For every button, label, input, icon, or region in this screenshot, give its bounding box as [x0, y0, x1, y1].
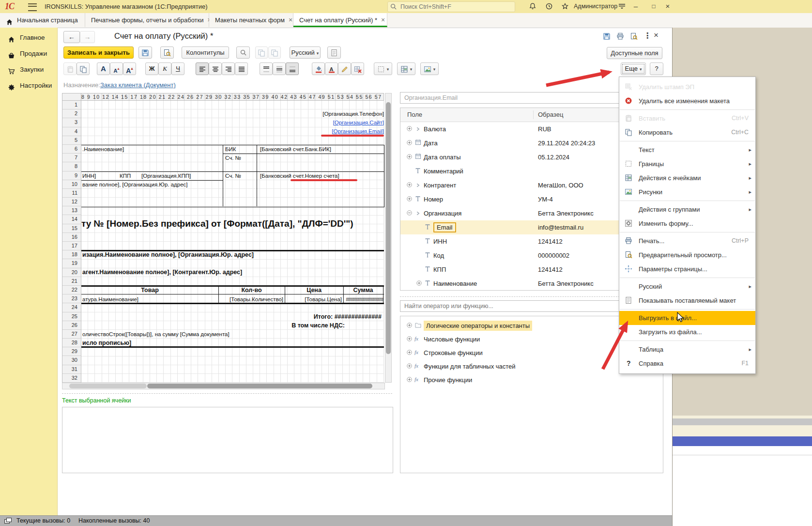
- cell-kpp-label[interactable]: КПП: [120, 172, 131, 179]
- cell-org-email[interactable]: [Организация.Email]: [332, 128, 384, 135]
- sheet-row-header-17[interactable]: 17: [62, 242, 81, 250]
- sidebar-item-main[interactable]: Главное: [0, 30, 57, 46]
- sheet-vertical-scrollbar[interactable]: [385, 93, 392, 383]
- cell-inn[interactable]: ИНН]: [82, 172, 96, 179]
- cell-col-product[interactable]: Товар: [81, 287, 218, 294]
- sheet-column-header[interactable]: 8 9 10 12 14 15 17 18 20 21 22 24 26 27 …: [81, 93, 384, 101]
- cell-org-site[interactable]: [Организация.Сайт]: [333, 119, 384, 126]
- valign-bottom-button[interactable]: [286, 62, 299, 75]
- sheet-row-header-31[interactable]: 31: [62, 365, 81, 374]
- cell-item-name[interactable]: атура.Наименование]: [82, 296, 138, 303]
- sheet-row-header-8[interactable]: 8: [62, 162, 81, 171]
- scrollbar-thumb[interactable]: [69, 384, 147, 388]
- sheet-row-header-2[interactable]: 2: [62, 109, 81, 118]
- menu-item-page-setup[interactable]: Параметры страницы...: [619, 262, 755, 276]
- bold-button[interactable]: Ж: [145, 62, 158, 75]
- sheet-row-header-16[interactable]: 16: [62, 233, 81, 242]
- print-icon[interactable]: [615, 32, 625, 41]
- font-color-button[interactable]: A: [325, 62, 338, 75]
- tab-close-icon[interactable]: ×: [381, 16, 385, 24]
- menu-item-preview[interactable]: Предварительный просмотр...: [619, 248, 755, 262]
- menu-item-print[interactable]: Печать...Ctrl+P: [619, 234, 755, 248]
- sheet-row-header-20[interactable]: 20: [62, 268, 81, 277]
- plus-expander-icon[interactable]: [405, 333, 413, 346]
- function-row-other-functions[interactable]: fxПрочие функции: [400, 373, 663, 387]
- find-button[interactable]: [236, 46, 250, 59]
- cell-bik-label[interactable]: БИК: [225, 146, 236, 153]
- headers-footers-button[interactable]: Колонтитулы: [182, 46, 229, 59]
- sheet-row-headers[interactable]: 1234567891011121314151617181920212223242…: [62, 101, 81, 383]
- sheet-row-header-27[interactable]: 27: [62, 330, 81, 339]
- cell-account-label-2[interactable]: Сч. №: [225, 172, 241, 179]
- cell-org-fullname[interactable]: вание полное], [Организация.Юр. адрес]: [82, 181, 188, 188]
- forward-button[interactable]: →: [80, 31, 95, 43]
- tab-close-icon[interactable]: ×: [289, 16, 292, 24]
- user-menu-lines-icon[interactable]: [617, 2, 627, 11]
- plus-expander-icon[interactable]: [405, 373, 413, 387]
- cell-total[interactable]: Итого: ##############: [314, 313, 382, 320]
- sheet-row-header-14[interactable]: 14: [62, 215, 81, 224]
- sheet-row-header-22[interactable]: 22: [62, 286, 81, 294]
- cell-org-details[interactable]: изация.Наименование полное], [Организаци…: [82, 251, 254, 258]
- minus-expander-icon[interactable]: [405, 206, 413, 220]
- preview-button[interactable]: [160, 46, 174, 59]
- maximize-button[interactable]: □: [647, 1, 660, 12]
- sheet-row-header-7[interactable]: 7: [62, 154, 81, 162]
- border-color-button[interactable]: [338, 62, 351, 75]
- plus-expander-icon[interactable]: [405, 136, 413, 150]
- sheet-row-header-13[interactable]: 13: [62, 206, 81, 215]
- sheet-row-header-26[interactable]: 26: [62, 321, 81, 330]
- menu-item-cell-actions[interactable]: Действия с ячейками▸: [619, 171, 755, 185]
- menu-item-copy[interactable]: КопироватьCtrl+C: [619, 125, 755, 139]
- sheet-row-header-28[interactable]: 28: [62, 339, 81, 347]
- sheet-row-header-9[interactable]: 9: [62, 171, 81, 180]
- save-button[interactable]: [138, 46, 152, 59]
- scrollbar-thumb[interactable]: [386, 102, 391, 354]
- fill-color-button[interactable]: [312, 62, 325, 75]
- paste-style-button[interactable]: [268, 46, 281, 59]
- cell-footer-rows[interactable]: оличествоСтрок([Товары])], на сумму [Сум…: [82, 331, 230, 338]
- cell-kpp-value[interactable]: [Организация.КПП]: [141, 172, 191, 179]
- language-dropdown[interactable]: Русский▾: [290, 46, 321, 59]
- menu-item-russian[interactable]: Русский▸: [619, 279, 755, 294]
- assignment-link[interactable]: Заказ клиента (Документ): [100, 81, 176, 89]
- save-and-close-button[interactable]: Записать и закрыть: [63, 46, 134, 59]
- hamburger-menu-icon[interactable]: [28, 3, 37, 11]
- cell-item-sum[interactable]: ###############: [343, 296, 383, 303]
- sheet-row-header-18[interactable]: 18: [62, 250, 81, 259]
- sidebar-item-sales[interactable]: Продажи: [0, 46, 57, 62]
- align-center-button[interactable]: [209, 62, 222, 75]
- favorites-star-icon[interactable]: [560, 2, 570, 11]
- valign-center-button[interactable]: [273, 62, 286, 75]
- cell-col-price[interactable]: Цена: [285, 287, 343, 294]
- menu-item-table[interactable]: Таблица▸: [619, 342, 755, 356]
- sheet-row-header-25[interactable]: 25: [62, 312, 81, 321]
- sheet-row-header-11[interactable]: 11: [62, 189, 81, 198]
- history-clock-icon[interactable]: [544, 2, 554, 11]
- cell-org-name[interactable]: .Наименование]: [82, 146, 124, 153]
- cell-col-sum[interactable]: Сумма: [343, 287, 383, 294]
- sheet-row-header-30[interactable]: 30: [62, 356, 81, 365]
- font-smaller-button[interactable]: A▴: [110, 62, 123, 75]
- plus-expander-icon[interactable]: [405, 178, 413, 192]
- cell-footer-words[interactable]: исло прописью]: [82, 340, 131, 346]
- help-button[interactable]: ?: [650, 62, 663, 75]
- cell-item-qty[interactable]: [Товары.Количество]: [218, 296, 283, 303]
- scrollbar-thumb[interactable]: [147, 384, 372, 388]
- menu-item-show-supplied-layout[interactable]: Показывать поставляемый макет: [619, 294, 755, 308]
- back-button[interactable]: ←: [63, 31, 80, 43]
- italic-button[interactable]: К: [158, 62, 171, 75]
- kebab-menu-icon[interactable]: ⋮: [643, 31, 651, 40]
- sheet-row-header-23[interactable]: 23: [62, 294, 81, 303]
- sheet-row-header-24[interactable]: 24: [62, 303, 81, 312]
- align-justify-button[interactable]: [235, 62, 248, 75]
- sheet-row-header-5[interactable]: 5: [62, 136, 81, 145]
- global-search-input[interactable]: [399, 2, 513, 11]
- menu-item-export-to-file[interactable]: Выгрузить в файл...: [619, 311, 755, 325]
- close-editor-icon[interactable]: ×: [654, 31, 659, 40]
- sidebar-item-purchases[interactable]: Закупки: [0, 62, 57, 77]
- plus-expander-icon[interactable]: [405, 319, 413, 333]
- current-user[interactable]: Администратор: [574, 3, 617, 10]
- save-icon[interactable]: [602, 32, 612, 41]
- menu-item-text[interactable]: Текст▸: [619, 143, 755, 157]
